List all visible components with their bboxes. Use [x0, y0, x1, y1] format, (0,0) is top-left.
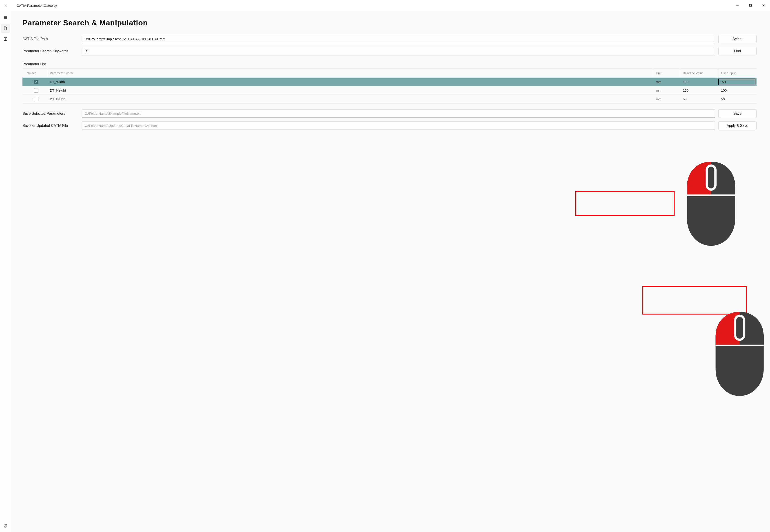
- main-content: Parameter Search & Manipulation CATIA Fi…: [11, 11, 770, 532]
- gear-icon: [3, 524, 7, 528]
- col-select: Select: [22, 69, 47, 77]
- search-keywords-input[interactable]: [82, 47, 715, 55]
- close-icon: [762, 4, 765, 7]
- label-search-keywords: Parameter Search Keywords: [22, 49, 79, 53]
- select-button[interactable]: Select: [718, 35, 757, 43]
- titlebar: CATIA Parameter Gateway: [0, 0, 770, 11]
- save-updated-input[interactable]: [82, 121, 715, 130]
- save-selected-input[interactable]: [82, 109, 715, 118]
- table-header: Select Parameter Name Unit Baseline Valu…: [22, 69, 757, 78]
- label-save-selected: Save Selected Parameters: [22, 112, 79, 116]
- window-maximize[interactable]: [744, 1, 757, 10]
- minimize-icon: [736, 4, 739, 7]
- find-button[interactable]: Find: [718, 47, 757, 55]
- table-row[interactable]: DT_Depth mm 50 50: [22, 95, 757, 103]
- nav-document-button[interactable]: [1, 24, 10, 33]
- cell-baseline: 100: [680, 80, 718, 84]
- document-icon: [3, 26, 7, 30]
- hamburger-icon: [3, 15, 7, 20]
- nav-settings-button[interactable]: [1, 521, 10, 530]
- page-title: Parameter Search & Manipulation: [22, 18, 757, 27]
- cell-name: DT_Height: [47, 88, 653, 92]
- col-unit: Unit: [653, 69, 680, 77]
- table-row[interactable]: DT_Height mm 100 100: [22, 86, 757, 95]
- arrow-left-icon: [4, 4, 8, 7]
- label-save-updated: Save as Updated CATIA File: [22, 124, 79, 128]
- maximize-icon: [749, 4, 752, 7]
- back-button[interactable]: [1, 1, 10, 10]
- window-close[interactable]: [757, 1, 770, 10]
- grid-icon: [3, 37, 7, 41]
- col-user: User Input: [718, 69, 757, 77]
- window-title: CATIA Parameter Gateway: [17, 4, 57, 7]
- cell-user-input[interactable]: 150: [718, 79, 755, 85]
- cell-user-input[interactable]: 50: [718, 97, 757, 101]
- row-checkbox[interactable]: ✓: [34, 80, 38, 84]
- window-controls: [731, 1, 770, 10]
- save-button[interactable]: Save: [718, 109, 757, 118]
- left-nav: [0, 11, 11, 532]
- cell-unit: mm: [653, 97, 680, 101]
- cell-name: DT_Depth: [47, 97, 653, 101]
- col-name: Parameter Name: [47, 69, 653, 77]
- cell-baseline: 100: [680, 88, 718, 92]
- nav-menu-button[interactable]: [1, 13, 10, 22]
- cell-name: DT_Width: [47, 80, 653, 84]
- svg-rect-0: [750, 4, 752, 7]
- window-minimize[interactable]: [731, 1, 744, 10]
- cell-unit: mm: [653, 80, 680, 84]
- col-baseline: Baseline Value: [680, 69, 718, 77]
- table-row[interactable]: ✓ DT_Width mm 100 150: [22, 78, 757, 86]
- row-checkbox[interactable]: [34, 88, 38, 93]
- row-checkbox[interactable]: [34, 97, 38, 101]
- parameter-table: Select Parameter Name Unit Baseline Valu…: [22, 68, 757, 103]
- cell-unit: mm: [653, 88, 680, 92]
- cell-user-input[interactable]: 100: [718, 88, 757, 92]
- label-file-path: CATIA File Path: [22, 37, 79, 41]
- cell-baseline: 50: [680, 97, 718, 101]
- nav-grid-button[interactable]: [1, 35, 10, 44]
- label-parameter-list: Parameter List: [22, 62, 757, 66]
- apply-save-button[interactable]: Apply & Save: [718, 121, 757, 130]
- svg-point-2: [5, 525, 6, 526]
- file-path-input[interactable]: [82, 35, 715, 43]
